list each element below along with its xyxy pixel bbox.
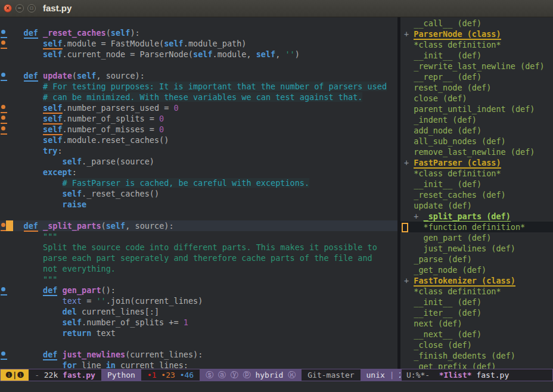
imenu-item[interactable]: _reset_caches (def)	[400, 189, 553, 200]
window-number-segment[interactable]: ❶|❶	[1, 369, 29, 381]
imenu-item-label: *class definition*	[414, 169, 501, 178]
minor-modes-segment[interactable]: ⓢ ⓐ ⓨ ⓟ hybrid Ⓚ	[200, 369, 302, 381]
code-line[interactable]: self.current_node = ParserNode(self.modu…	[0, 49, 397, 60]
code-line[interactable]	[0, 60, 397, 70]
code-line[interactable]: def just_newlines(current_lines):	[0, 349, 397, 360]
code-line[interactable]: self.module.reset_caches()	[0, 135, 397, 145]
code-line[interactable]: not everything.	[0, 263, 397, 274]
modeline-text: Ⓚ	[283, 369, 296, 381]
code-line[interactable]: self.number_of_splits = 0	[0, 113, 397, 124]
imenu-item[interactable]: __init__ (def)	[400, 297, 553, 307]
imenu-item[interactable]: parent_until_indent (def)	[400, 104, 553, 114]
imenu-item[interactable]: _indent (def)	[400, 114, 553, 125]
code-line[interactable]: Split the source code into different par…	[0, 242, 397, 253]
code-line[interactable]: parse each part seperately and therefore…	[0, 253, 397, 263]
imenu-item[interactable]: __iter__ (def)	[400, 307, 553, 318]
code-line[interactable]: raise	[0, 199, 397, 210]
imenu-item[interactable]: + _split_parts (def)	[400, 211, 553, 222]
imenu-item[interactable]: gen_part (def)	[400, 232, 553, 243]
imenu-item[interactable]: __repr__ (def)	[400, 71, 553, 82]
imenu-item[interactable]: *class definition*	[400, 286, 553, 297]
imenu-item-label: parent_until_indent (def)	[414, 104, 535, 114]
code-line[interactable]: """	[0, 274, 397, 285]
code-line[interactable]: def _reset_caches(self):	[0, 27, 397, 38]
encoding-segment[interactable]: unix | 2	[361, 369, 401, 381]
imenu-sidebar[interactable]: __call__ (def)+ ParserNode (class) *clas…	[400, 17, 553, 369]
expand-icon[interactable]: +	[404, 158, 414, 167]
modeline-text: ❶|❶	[5, 369, 24, 381]
code-line[interactable]: self.module = FastModule(self.module_pat…	[0, 38, 397, 49]
imenu-item[interactable]: __init__ (def)	[400, 50, 553, 61]
minibuffer[interactable]	[0, 381, 553, 392]
imenu-item[interactable]: just_newlines (def)	[400, 243, 553, 254]
imenu-item[interactable]: _parse (def)	[400, 254, 553, 265]
imenu-item[interactable]: __call__ (def)	[400, 18, 553, 29]
imenu-item[interactable]: _rewrite_last_newline (def)	[400, 61, 553, 71]
main-area: def _reset_caches(self): self.module = F…	[0, 17, 553, 369]
modeline-text: U:%*-	[406, 371, 439, 379]
imenu-item[interactable]: update (def)	[400, 200, 553, 211]
code-line[interactable]: """	[0, 231, 397, 242]
code-line[interactable]: return text	[0, 328, 397, 338]
code-line[interactable]: # For testing purposes: It is important …	[0, 81, 397, 92]
modeline-text: •23	[161, 369, 175, 381]
imenu-item[interactable]: + FastTokenizer (class)	[400, 275, 553, 286]
git-branch-segment[interactable]: Git-master	[302, 369, 360, 381]
code-editor[interactable]: def _reset_caches(self): self.module = F…	[0, 17, 397, 369]
imenu-item[interactable]: all_sub_nodes (def)	[400, 136, 553, 147]
imenu-item[interactable]: _get_node (def)	[400, 265, 553, 275]
imenu-item[interactable]: + FastParser (class)	[400, 157, 553, 168]
buffer-info-segment[interactable]: - 22k fast.py	[29, 369, 101, 381]
code-line[interactable]	[0, 338, 397, 349]
minimize-button[interactable]: −	[15, 4, 24, 13]
modeline-right[interactable]: U:%*- *Ilist* fast.py	[401, 369, 553, 381]
close-button[interactable]: ×	[4, 4, 12, 13]
imenu-item-label: __repr__ (def)	[414, 72, 481, 82]
expand-icon[interactable]: +	[414, 211, 423, 221]
imenu-item-label: __iter__ (def)	[414, 308, 481, 318]
imenu-item[interactable]: __init__ (def)	[400, 179, 553, 189]
imenu-item[interactable]: _close (def)	[400, 340, 553, 350]
modeline-text: *Ilist*	[439, 371, 472, 379]
imenu-item[interactable]: *class definition*	[400, 168, 553, 179]
code-line[interactable]: text = ''.join(current_lines)	[0, 295, 397, 306]
imenu-item[interactable]: remove_last_newline (def)	[400, 147, 553, 157]
imenu-item-label: __init__ (def)	[414, 297, 481, 307]
imenu-item-label: all_sub_nodes (def)	[414, 136, 505, 146]
code-line[interactable]: self._reset_caches()	[0, 188, 397, 199]
code-line[interactable]: # can be minimized. With these variables…	[0, 92, 397, 102]
margin-bullet-icon	[1, 73, 5, 77]
code-line[interactable]: self.number_of_splits += 1	[0, 317, 397, 328]
flycheck-segment[interactable]: •1 •23 •46	[141, 369, 200, 381]
expand-icon[interactable]: +	[404, 276, 414, 285]
code-line[interactable]: self.number_parsers_used = 0	[0, 102, 397, 113]
code-line[interactable]: for line in current_lines:	[0, 360, 397, 369]
code-line[interactable]: except:	[0, 167, 397, 178]
imenu-item[interactable]: *class definition*	[400, 39, 553, 50]
imenu-item[interactable]: _finish_dedents (def)	[400, 350, 553, 361]
imenu-item-label: just_newlines (def)	[424, 244, 515, 253]
modeline-text: fast.py	[63, 369, 95, 381]
code-line[interactable]	[0, 210, 397, 220]
imenu-item[interactable]: add_node (def)	[400, 125, 553, 136]
imenu-item[interactable]: next (def)	[400, 318, 553, 329]
margin-bullet-icon	[1, 287, 5, 291]
code-line[interactable]: def gen_part():	[0, 285, 397, 295]
imenu-item[interactable]: *function definition*	[400, 222, 553, 232]
imenu-item[interactable]: reset_node (def)	[400, 82, 553, 93]
code-line[interactable]: def _split_parts(self, source):	[0, 220, 397, 231]
imenu-item[interactable]: _get_prefix (def)	[400, 361, 553, 369]
maximize-button[interactable]: □	[27, 4, 36, 13]
imenu-item[interactable]: __next__ (def)	[400, 329, 553, 340]
code-line[interactable]: def update(self, source):	[0, 70, 397, 81]
code-line[interactable]: self.number_of_misses = 0	[0, 124, 397, 135]
imenu-item-label: __init__ (def)	[414, 51, 481, 60]
code-line[interactable]: try:	[0, 145, 397, 156]
imenu-item[interactable]: + ParserNode (class)	[400, 29, 553, 39]
imenu-item[interactable]: close (def)	[400, 93, 553, 104]
code-line[interactable]: self._parse(source)	[0, 156, 397, 167]
major-mode-segment[interactable]: Python	[101, 369, 141, 381]
code-line[interactable]: del current_lines[:]	[0, 306, 397, 317]
code-line[interactable]: # FastParser is cached, be careful with …	[0, 178, 397, 188]
expand-icon[interactable]: +	[404, 29, 414, 39]
